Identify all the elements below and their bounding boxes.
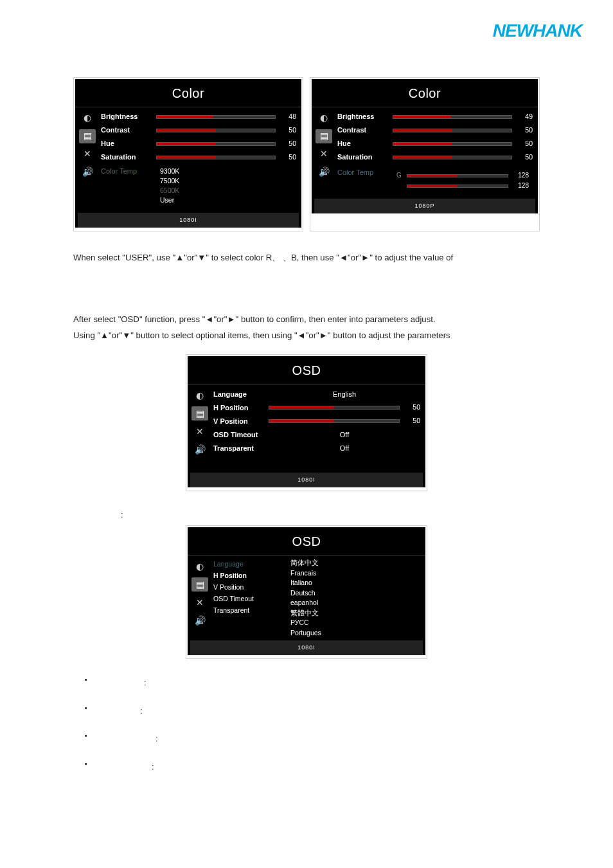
bullet-text: : xyxy=(152,762,154,772)
value: 50 xyxy=(516,152,533,163)
label: V Position xyxy=(213,582,269,593)
value: 50 xyxy=(280,125,296,136)
contrast-icon: ◐ xyxy=(191,388,208,402)
tools-icon: ✕ xyxy=(79,147,96,161)
label: Brightness xyxy=(101,111,156,122)
row-color-temp: Color Temp 9300K 7500K 6500K User xyxy=(101,164,296,208)
row-saturation: Saturation 50 xyxy=(337,150,533,164)
color-panel-left: Color ◐ ▤ ✕ 🔊 Brightness 48 xyxy=(73,77,303,231)
label: H Position xyxy=(213,402,269,413)
row-hue: Hue 50 xyxy=(101,137,296,150)
lang-opt: Francais xyxy=(290,568,422,579)
value: English xyxy=(269,388,420,400)
value: Off xyxy=(269,429,420,440)
label: Language xyxy=(213,388,269,400)
row-timeout: OSD Timeout xyxy=(213,593,281,604)
panel-title: OSD xyxy=(188,527,425,556)
section-label: : xyxy=(121,508,540,521)
picture-icon: ▤ xyxy=(191,406,208,420)
opt: User xyxy=(160,195,292,205)
opt: 9300K xyxy=(160,167,292,176)
instruction-user-rgb: When select "USER", use "▲"or"▼" to sele… xyxy=(73,251,540,265)
instruction-osd-1: After select "OSD" function, press "◄"or… xyxy=(73,312,540,327)
icon-column: ◐ ▤ ✕ 🔊 xyxy=(188,384,209,473)
tools-icon: ✕ xyxy=(191,595,208,610)
bullet-item: : xyxy=(85,760,540,773)
row-hpos: H Position xyxy=(213,570,281,581)
speaker-icon: 🔊 xyxy=(315,165,332,179)
lang-opt: 繁體中文 xyxy=(290,608,422,619)
lang-opt: 简体中文 xyxy=(290,558,422,568)
value: 50 xyxy=(516,125,533,136)
speaker-icon: 🔊 xyxy=(191,613,208,628)
bullet-text: : xyxy=(140,706,143,716)
row-transparent: Transparent xyxy=(213,604,281,616)
language-options: 简体中文 Francais Italiano Deutsch eapanhol … xyxy=(287,556,425,640)
osd-panel-1: OSD ◐ ▤ ✕ 🔊 Language English H Position … xyxy=(186,354,427,491)
row-transparent: Transparent Off xyxy=(213,441,420,455)
speaker-icon: 🔊 xyxy=(79,165,96,179)
contrast-icon: ◐ xyxy=(79,111,96,125)
slider: 48 xyxy=(156,111,296,122)
picture-icon: ▤ xyxy=(191,577,208,592)
lang-opt: Portugues xyxy=(290,628,422,638)
channel-row: 128 xyxy=(396,181,529,191)
panel-footer: 1080I xyxy=(190,473,423,487)
picture-icon: ▤ xyxy=(315,129,332,143)
value: 48 xyxy=(280,111,296,122)
label: Color Temp xyxy=(337,167,393,178)
bullet-list: : : : : xyxy=(85,676,540,773)
label: Contrast xyxy=(337,124,393,136)
label: Color Temp xyxy=(101,165,156,177)
lang-opt: РУСС xyxy=(290,618,422,628)
row-brightness: Brightness 49 xyxy=(337,110,533,123)
bullet-item: : xyxy=(85,704,540,718)
row-hpos: H Position 50 xyxy=(213,401,420,414)
icon-column: ◐ ▤ ✕ 🔊 xyxy=(312,107,333,199)
panel-title: Color xyxy=(312,79,538,107)
tools-icon: ✕ xyxy=(191,424,208,439)
value: 128 xyxy=(512,170,529,181)
lang-opt: eapanhol xyxy=(290,598,422,608)
bullet-text: : xyxy=(144,678,147,687)
label: Brightness xyxy=(337,111,393,122)
label: OSD Timeout xyxy=(213,593,269,604)
row-brightness: Brightness 48 xyxy=(101,110,296,123)
label: Language xyxy=(213,559,269,570)
label: Hue xyxy=(101,138,156,149)
panel-title: OSD xyxy=(188,356,425,384)
color-panel-right: Color ◐ ▤ ✕ 🔊 Brightness 49 xyxy=(310,77,540,231)
icon-column: ◐ ▤ ✕ 🔊 xyxy=(75,107,97,213)
label: Saturation xyxy=(101,151,156,163)
row-contrast: Contrast 50 xyxy=(337,123,533,137)
panel-footer: 1080I xyxy=(190,640,423,655)
row-language: Language English xyxy=(213,387,420,401)
label: Contrast xyxy=(101,124,156,136)
lang-opt: Italiano xyxy=(290,578,422,588)
value: Off xyxy=(269,442,420,454)
value: 49 xyxy=(516,111,533,122)
contrast-icon: ◐ xyxy=(191,559,208,574)
page-content: Color ◐ ▤ ✕ 🔊 Brightness 48 xyxy=(0,26,613,773)
icon-column: ◐ ▤ ✕ 🔊 xyxy=(188,556,209,640)
bullet-item: : xyxy=(85,676,540,689)
instruction-osd-2: Using "▲"or"▼" button to select optional… xyxy=(73,329,540,343)
row-vpos: V Position 50 xyxy=(213,414,420,428)
panel-footer: 1080P xyxy=(314,199,535,213)
label: V Position xyxy=(213,415,269,427)
channel: G xyxy=(396,170,403,181)
label: H Position xyxy=(213,570,269,581)
picture-icon: ▤ xyxy=(79,129,96,143)
opt: 6500K xyxy=(160,186,292,195)
lang-opt: Deutsch xyxy=(290,588,422,599)
row-language: Language xyxy=(213,558,281,570)
contrast-icon: ◐ xyxy=(315,111,332,125)
row-color-temp: Color Temp G 128 128 xyxy=(337,164,533,194)
label: Hue xyxy=(337,138,393,149)
osd-panel-2: OSD ◐ ▤ ✕ 🔊 Language H Position V Positi… xyxy=(186,525,427,659)
row-hue: Hue 50 xyxy=(337,137,533,150)
value: 50 xyxy=(404,415,420,426)
label: Saturation xyxy=(337,151,393,163)
speaker-icon: 🔊 xyxy=(191,442,208,457)
bullet-text: : xyxy=(155,734,158,743)
